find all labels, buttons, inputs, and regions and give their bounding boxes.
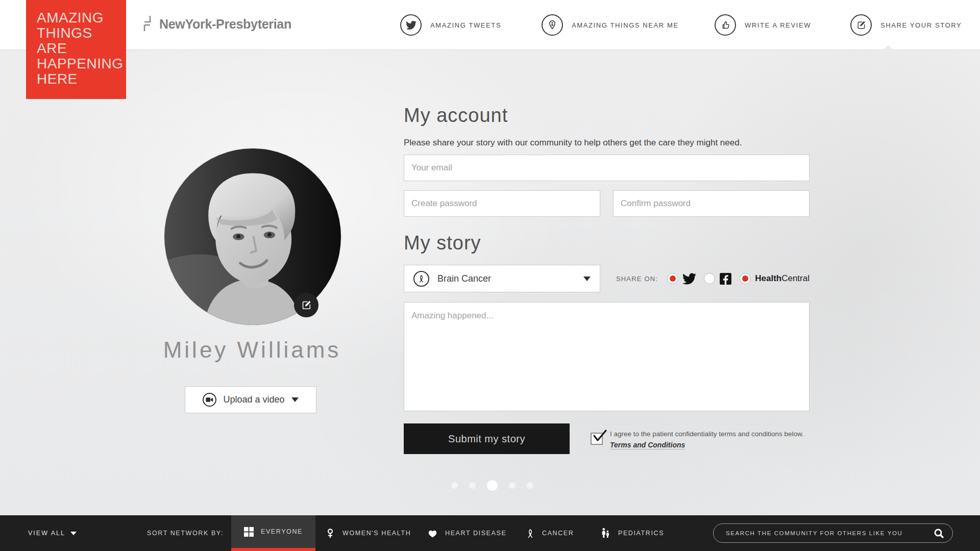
badge-line: AMAZING	[37, 10, 126, 26]
video-camera-icon	[203, 393, 216, 407]
facebook-icon	[719, 272, 732, 285]
nyp-logo-mark-icon	[142, 15, 155, 33]
badge-line: ARE	[37, 41, 126, 56]
tab-everyone[interactable]: EVERYONE	[231, 515, 315, 551]
community-search-input[interactable]	[714, 524, 952, 542]
edit-avatar-button[interactable]	[294, 293, 318, 317]
agreement-text-block: I agree to the patient confidentiality t…	[610, 430, 810, 449]
nav-label: SHARE YOUR STORY	[880, 21, 962, 29]
twitter-icon	[400, 14, 422, 36]
nyp-logo[interactable]: NewYork-Presbyterian	[142, 15, 291, 33]
topic-dropdown[interactable]: Brain Cancer	[404, 265, 600, 292]
tab-label: HEART DISEASE	[445, 530, 506, 537]
tab-label: EVERYONE	[261, 528, 303, 535]
main-content: Miley Williams Upload a video My account…	[0, 50, 980, 515]
nav-amazing-things-near-me[interactable]: AMAZING THINGS NEAR ME	[542, 0, 679, 50]
check-icon	[592, 429, 607, 443]
nav-label: AMAZING THINGS NEAR ME	[572, 21, 679, 29]
terms-and-conditions-link[interactable]: Terms and Conditions	[610, 441, 685, 449]
sort-network-by-label: SORT NETWORK BY:	[147, 515, 224, 551]
share-facebook-option[interactable]	[704, 272, 732, 285]
twitter-radio-selected[interactable]	[667, 273, 678, 284]
share-healthcentral-option[interactable]: HealthCentral	[740, 273, 810, 284]
edit-pencil-icon	[850, 14, 872, 36]
upload-video-button[interactable]: Upload a video	[185, 386, 316, 413]
tab-heart-disease[interactable]: HEART DISEASE	[427, 515, 506, 551]
email-field[interactable]	[404, 155, 810, 181]
upload-video-label: Upload a video	[223, 394, 284, 405]
page: NewYork-Presbyterian AMAZING TWEETS AMAZ…	[0, 0, 980, 551]
healthcentral-bold: Health	[755, 273, 781, 283]
carousel-dot[interactable]	[527, 482, 533, 489]
badge-line: THINGS	[37, 26, 126, 41]
nav-share-your-story[interactable]: SHARE YOUR STORY	[850, 0, 962, 50]
my-story-title: My story	[404, 232, 481, 254]
nav-write-a-review[interactable]: WRITE A REVIEW	[715, 0, 811, 50]
share-on-label: SHARE ON:	[616, 275, 658, 283]
badge-line: HAPPENING	[37, 56, 126, 71]
chevron-down-icon	[583, 277, 591, 281]
view-all-label: VIEW ALL	[28, 530, 65, 537]
edit-pencil-icon	[301, 299, 312, 311]
tab-label: CANCER	[542, 530, 574, 537]
carousel-dot[interactable]	[451, 482, 458, 489]
adult-child-icon	[600, 527, 611, 539]
topic-selected-value: Brain Cancer	[437, 273, 575, 284]
form-subtitle: Please share your story with our communi…	[404, 138, 742, 148]
view-all-dropdown[interactable]: VIEW ALL	[28, 515, 77, 551]
footer-network-bar: VIEW ALL SORT NETWORK BY: EVERYONE WOMEN…	[0, 515, 980, 551]
carousel-dot[interactable]	[509, 482, 516, 489]
carousel-dots	[451, 480, 533, 491]
amazing-things-badge: AMAZING THINGS ARE HAPPENING HERE	[26, 0, 126, 99]
active-nav-caret	[883, 45, 894, 51]
story-textarea[interactable]	[404, 302, 810, 411]
search-icon[interactable]	[933, 528, 945, 540]
share-twitter-option[interactable]	[667, 272, 696, 286]
carousel-dot[interactable]	[469, 482, 476, 489]
healthcentral-logo: HealthCentral	[755, 273, 810, 284]
badge-line: HERE	[37, 71, 126, 87]
facebook-radio-unselected[interactable]	[704, 273, 715, 284]
tab-womens-health[interactable]: WOMEN'S HEALTH	[325, 515, 411, 551]
healthcentral-radio-selected[interactable]	[740, 273, 751, 284]
chevron-down-icon	[291, 397, 299, 402]
nyp-logo-text: NewYork-Presbyterian	[159, 17, 291, 32]
twitter-icon	[682, 272, 696, 286]
female-symbol-icon	[325, 527, 335, 539]
nav-label: WRITE A REVIEW	[745, 21, 811, 29]
my-account-title: My account	[404, 105, 508, 127]
nav-amazing-tweets[interactable]: AMAZING TWEETS	[400, 0, 501, 50]
tab-pediatrics[interactable]: PEDIATRICS	[600, 515, 664, 551]
create-password-field[interactable]	[404, 190, 600, 217]
nav-label: AMAZING TWEETS	[430, 21, 501, 29]
awareness-ribbon-icon	[413, 271, 429, 287]
terms-checkbox-checked[interactable]	[591, 433, 603, 445]
thumbs-up-icon	[715, 14, 736, 36]
tab-cancer[interactable]: CANCER	[526, 515, 574, 551]
profile-name: Miley Williams	[140, 337, 364, 363]
healthcentral-rest: Central	[781, 273, 810, 283]
header: NewYork-Presbyterian AMAZING TWEETS AMAZ…	[0, 0, 980, 50]
confirm-password-field[interactable]	[613, 190, 810, 217]
carousel-dot-active[interactable]	[487, 480, 498, 491]
submit-story-button[interactable]: Submit my story	[404, 423, 570, 454]
community-search	[713, 523, 953, 543]
chevron-down-icon	[70, 532, 77, 535]
awareness-ribbon-icon	[526, 528, 535, 539]
location-pin-person-icon	[542, 14, 563, 36]
share-on-row: SHARE ON: HealthCentral	[616, 265, 810, 292]
grid-icon	[244, 527, 254, 537]
tab-label: PEDIATRICS	[618, 530, 664, 537]
heart-icon	[427, 529, 438, 538]
agreement-text: I agree to the patient confidentiality t…	[610, 430, 810, 439]
tab-label: WOMEN'S HEALTH	[342, 530, 411, 537]
